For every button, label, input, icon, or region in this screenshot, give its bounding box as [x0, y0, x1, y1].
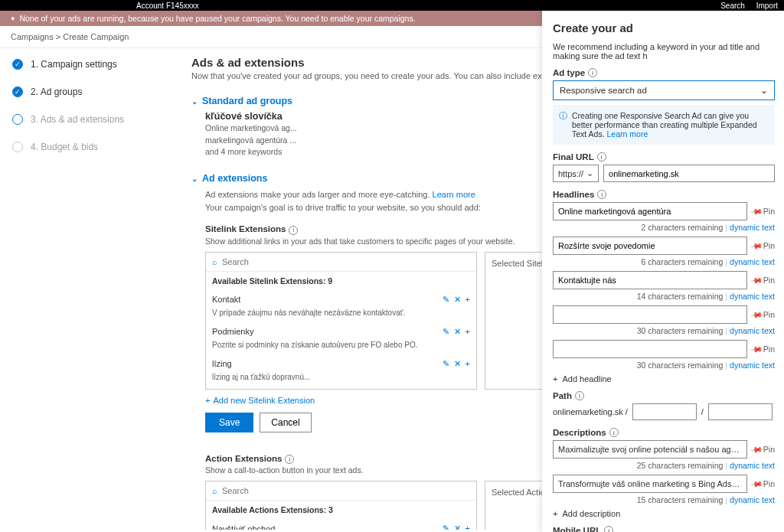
pin-button[interactable]: 📌Pin	[752, 237, 775, 255]
chevron-down-icon: ⌄	[191, 97, 198, 106]
info-icon[interactable]: i	[289, 226, 298, 235]
add-icon[interactable]: +	[466, 295, 470, 304]
add-headline-button[interactable]: Add headline	[553, 374, 775, 383]
edit-icon[interactable]: ✎	[443, 359, 449, 368]
remove-icon[interactable]: ✕	[454, 524, 461, 530]
nav-import[interactable]: Import	[756, 2, 778, 10]
ad-type-label: Ad typei	[553, 68, 775, 77]
dynamic-text-link[interactable]: dynamic text	[730, 257, 775, 266]
top-bar: Account F145xxxx Search Import	[0, 0, 784, 11]
info-icon[interactable]: i	[597, 152, 606, 162]
dynamic-text-link[interactable]: dynamic text	[730, 361, 775, 370]
sitelink-search-input[interactable]	[222, 257, 470, 266]
sitelink-item[interactable]: Kontakt✎✕+	[206, 290, 476, 308]
edit-icon[interactable]: ✎	[443, 524, 449, 530]
remove-icon[interactable]: ✕	[454, 295, 461, 304]
add-icon[interactable]: +	[466, 524, 470, 530]
dynamic-text-link[interactable]: dynamic text	[730, 326, 775, 335]
info-icon[interactable]: i	[609, 428, 619, 437]
search-icon: ⌕	[212, 257, 217, 266]
action-available-box: ⌕ Available Actions Extensions: 3 Navští…	[205, 481, 477, 530]
chevron-down-icon: ⌄	[586, 168, 593, 178]
dynamic-text-link[interactable]: dynamic text	[730, 223, 775, 232]
remove-icon[interactable]: ✕	[454, 359, 461, 368]
sitelink-save-button[interactable]: Save	[205, 413, 253, 432]
chevron-down-icon: ⌄	[191, 175, 198, 183]
headline-3-input[interactable]	[553, 271, 747, 289]
alert-text: None of your ads are running, because yo…	[19, 14, 415, 23]
info-icon[interactable]: i	[604, 526, 613, 532]
action-item[interactable]: Navštíviť obchod✎✕+	[206, 519, 476, 530]
create-ad-panel: Create your ad We recommend including a …	[542, 11, 784, 532]
headlines-label: Headlinesi	[553, 190, 775, 199]
pin-button[interactable]: 📌Pin	[752, 305, 775, 324]
panel-title: Create your ad	[553, 21, 775, 34]
breadcrumb-campaigns[interactable]: Campaigns	[11, 32, 54, 41]
add-description-button[interactable]: Add description	[553, 509, 775, 518]
protocol-select[interactable]: https://⌄	[553, 165, 599, 182]
info-icon: ⓘ	[559, 111, 567, 139]
rsa-tip-box: ⓘCreating one Responsive Search Ad can g…	[553, 105, 775, 145]
step-ads-extensions[interactable]: 3. Ads & ad extensions	[12, 114, 168, 125]
search-icon: ⌕	[212, 486, 217, 495]
info-icon[interactable]: i	[597, 190, 606, 199]
mobile-url-label: Mobile URLi	[553, 526, 775, 532]
pin-button[interactable]: 📌Pin	[752, 475, 775, 493]
edit-icon[interactable]: ✎	[443, 295, 449, 304]
sitelink-cancel-button[interactable]: Cancel	[260, 413, 311, 432]
pin-icon: 📌	[750, 239, 763, 253]
info-icon[interactable]: i	[285, 455, 294, 464]
info-icon[interactable]: i	[575, 391, 584, 400]
path-domain: onlinemarketing.sk /	[553, 407, 628, 416]
pin-icon: 📌	[750, 204, 763, 218]
headline-1-input[interactable]	[553, 202, 747, 220]
headline-2-input[interactable]	[553, 237, 747, 255]
final-url-input[interactable]	[603, 165, 775, 182]
headline-4-input[interactable]	[553, 305, 747, 324]
breadcrumb-current: Create Campaign	[63, 32, 129, 41]
edit-icon[interactable]: ✎	[443, 327, 449, 336]
panel-recommendation: We recommend including a keyword in your…	[553, 42, 775, 60]
learn-more-link[interactable]: Learn more	[607, 129, 648, 139]
sitelink-available-box: ⌕ Available Sitelink Extensions: 9 Konta…	[205, 252, 477, 390]
account-label: Account F145xxxx	[136, 2, 199, 10]
pin-icon: 📌	[750, 342, 763, 356]
pin-button[interactable]: 📌Pin	[752, 340, 775, 358]
pin-button[interactable]: 📌Pin	[752, 202, 775, 220]
path-label: Pathi	[553, 391, 775, 400]
pin-button[interactable]: 📌Pin	[752, 271, 775, 289]
remove-icon[interactable]: ✕	[454, 327, 461, 336]
headline-5-input[interactable]	[553, 340, 747, 358]
description-1-input[interactable]: Maximalizujte svoj online potenciál s na…	[553, 440, 747, 459]
step-ad-groups[interactable]: 2. Ad groups	[12, 86, 168, 97]
steps-sidebar: 1. Campaign settings 2. Ad groups 3. Ads…	[0, 48, 176, 530]
path-2-input[interactable]	[708, 403, 773, 420]
pin-icon: 📌	[750, 273, 763, 287]
sitelink-item[interactable]: lízing✎✕+	[206, 354, 476, 372]
description-2-input[interactable]: Transformujte váš online marketing s Bin…	[553, 475, 747, 493]
pin-button[interactable]: 📌Pin	[752, 440, 775, 459]
pin-icon: 📌	[750, 308, 763, 321]
info-icon[interactable]: i	[588, 68, 597, 77]
ad-type-select[interactable]: Responsive search ad⌄	[553, 80, 775, 100]
step-budget-bids[interactable]: 4. Budget & bids	[12, 142, 168, 152]
chevron-down-icon: ⌄	[760, 85, 768, 96]
nav-search[interactable]: Search	[720, 2, 745, 10]
dynamic-text-link[interactable]: dynamic text	[730, 292, 775, 301]
pin-icon: 📌	[750, 442, 763, 456]
dynamic-text-link[interactable]: dynamic text	[730, 461, 775, 470]
add-icon[interactable]: +	[466, 359, 470, 368]
dynamic-text-link[interactable]: dynamic text	[730, 495, 775, 504]
final-url-label: Final URLi	[553, 152, 775, 162]
sitelink-item[interactable]: Podmienky✎✕+	[206, 322, 476, 340]
add-icon[interactable]: +	[466, 327, 470, 336]
step-campaign-settings[interactable]: 1. Campaign settings	[12, 59, 168, 70]
pin-icon: 📌	[750, 477, 763, 491]
descriptions-label: Descriptionsi	[553, 428, 775, 437]
action-search-input[interactable]	[222, 486, 470, 495]
learn-more-link[interactable]: Learn more	[433, 190, 475, 199]
path-1-input[interactable]	[632, 403, 697, 420]
